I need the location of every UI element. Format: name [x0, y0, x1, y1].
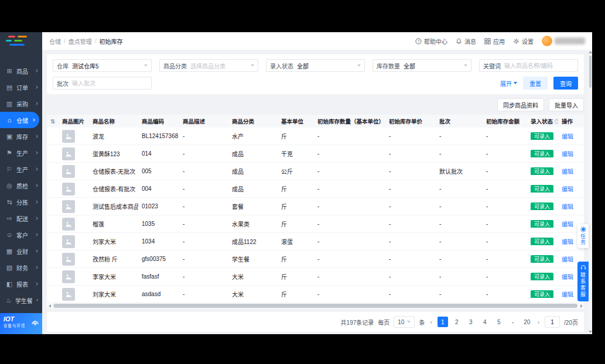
sidebar-item-label: 采购 — [16, 99, 28, 108]
page-number[interactable]: 1 — [437, 317, 448, 327]
sidebar-item[interactable]: ◎ 质检 — [0, 177, 42, 194]
batch: - — [436, 221, 483, 227]
horizontal-scrollbar-thumb[interactable] — [53, 304, 577, 308]
sidebar-item[interactable]: ◧ 报表 — [0, 276, 42, 292]
vertical-scrollbar[interactable] — [589, 50, 592, 334]
initial-price: - — [385, 273, 436, 280]
support-float-button[interactable]: 联系客服 — [577, 262, 589, 301]
stock-qty-select[interactable]: 库存数量 全部 — [372, 59, 471, 72]
chevron-right-icon — [35, 249, 38, 253]
edit-link[interactable]: 编辑 — [562, 151, 573, 157]
scroll-right-icon[interactable] — [579, 303, 584, 308]
sidebar-item[interactable]: ⚐ 生产 — [0, 161, 42, 177]
initial-price: - — [385, 238, 436, 245]
iot-module-badge[interactable]: IOT 设备与环境 — [0, 313, 42, 334]
page-number[interactable]: 3 — [466, 317, 476, 327]
help-center-button[interactable]: ? 帮助中心 — [415, 37, 447, 46]
entry-status-cell: 可录入 — [527, 255, 558, 263]
chevron-down-icon — [514, 82, 517, 84]
product-name: 榴莲 — [89, 219, 138, 228]
sidebar-item[interactable]: ⊞ 商品 — [0, 63, 42, 79]
sidebar-item[interactable]: ⇨ 配送 — [0, 210, 42, 226]
sidebar-item[interactable]: ▦ 业财 — [0, 243, 42, 259]
initial-amount: - — [483, 221, 527, 227]
breadcrumb-warehouse[interactable]: 仓储 — [49, 37, 61, 46]
product-category: 水果类 — [228, 219, 278, 228]
page-number[interactable]: 2 — [452, 317, 462, 327]
query-button[interactable]: 查询 — [553, 77, 578, 90]
settings-button[interactable]: 设置 — [513, 37, 534, 46]
sidebar-menu: ⊞ 商品 ▤ 订单 ▥ 采购 — [0, 51, 42, 308]
batch-input[interactable] — [72, 80, 148, 87]
sidebar-item[interactable]: ▣ 库存 — [0, 128, 42, 145]
product-image-cell — [59, 270, 89, 283]
chevron-right-icon — [35, 266, 38, 269]
chevron-down-icon — [464, 64, 467, 67]
page-number[interactable]: 20 — [522, 317, 532, 327]
horizontal-scrollbar[interactable] — [47, 303, 584, 308]
product-code: asdasd — [138, 291, 179, 297]
batch-import-button[interactable]: 批量导入 — [549, 98, 584, 111]
operation-cell: 编辑 — [558, 132, 584, 140]
keyword-input[interactable] — [504, 63, 574, 69]
expand-filters-link[interactable]: 展开 — [500, 79, 517, 88]
table-row: 李家大米 fasfasf - 大米 斤 - - - - 可录入 — [47, 268, 584, 286]
breadcrumb-stocktake[interactable]: 盘点管理 — [69, 37, 92, 46]
page-jump-input[interactable] — [545, 316, 560, 328]
edit-link[interactable]: 编辑 — [562, 186, 573, 193]
initial-amount: - — [483, 203, 527, 210]
warehouse-select[interactable]: 仓库 测试仓库5 — [53, 59, 152, 72]
prev-page-button[interactable]: ‹ — [429, 319, 433, 325]
sidebar-item[interactable]: ▤ 订单 — [0, 79, 42, 95]
reset-button[interactable]: 重置 — [523, 77, 548, 90]
edit-link[interactable]: 编辑 — [562, 204, 573, 210]
page-frame: ⊞ 商品 ▤ 订单 ▥ 采购 — [0, 0, 605, 364]
product-desc: - — [179, 221, 228, 227]
sidebar-item[interactable]: ▥ 采购 — [0, 95, 42, 112]
edit-link[interactable]: 编辑 — [562, 291, 573, 298]
scroll-up-icon[interactable] — [589, 50, 592, 54]
expand-label: 展开 — [500, 79, 512, 88]
task-float-button[interactable]: 任务 — [577, 224, 589, 248]
sidebar-item[interactable]: ♨ 学生餐 — [0, 292, 42, 308]
sidebar-item[interactable]: ☺ 客户 — [0, 226, 42, 243]
svg-text:?: ? — [418, 39, 420, 43]
product-category: 成品 — [228, 184, 278, 193]
table-row: 波龙 BL124157368 - 水产 斤 - - - - 可录入 — [47, 128, 584, 145]
messages-button[interactable]: 消息 — [456, 37, 476, 46]
apps-button[interactable]: 应用 — [484, 37, 505, 46]
sidebar-item[interactable]: ⌂ 仓储 — [0, 112, 39, 128]
page-number[interactable]: 5 — [494, 317, 504, 327]
entry-status-value: 全部 — [297, 61, 309, 70]
sidebar-item[interactable]: ⚑ 生产 — [0, 145, 42, 161]
edit-link[interactable]: 编辑 — [562, 256, 573, 263]
product-name: 仓储报表-有批次 — [89, 184, 138, 193]
topbar: 仓储 / 盘点管理 / 初始库存 ? 帮助中心 消息 应用 — [42, 32, 592, 50]
sidebar-item-label: 生产 — [16, 149, 28, 157]
user-account[interactable] — [542, 36, 585, 46]
edit-link[interactable]: 编辑 — [562, 274, 573, 280]
apps-label: 应用 — [493, 37, 505, 46]
base-unit: 斤 — [278, 219, 314, 228]
page-size-select[interactable]: 10 — [394, 316, 415, 328]
edit-link[interactable]: 编辑 — [562, 239, 573, 245]
page-number[interactable]: 4 — [480, 317, 490, 327]
category-select[interactable]: 商品分类 选择商品分类 — [159, 59, 258, 72]
sidebar-item[interactable]: ⇆ 分拣 — [0, 194, 42, 210]
edit-link[interactable]: 编辑 — [562, 169, 573, 175]
edit-link[interactable]: 编辑 — [562, 221, 573, 228]
sidebar-item[interactable]: ▧ 财务 — [0, 259, 42, 276]
scroll-left-icon[interactable] — [47, 303, 52, 308]
product-code: 1034 — [138, 238, 179, 245]
col-product-code: 商品编码 — [138, 117, 179, 125]
expand-all-icon[interactable]: ⇅ — [47, 118, 59, 125]
entry-status-cell: 可录入 — [527, 238, 558, 245]
next-page-button[interactable]: › — [536, 319, 541, 325]
entry-status-select[interactable]: 录入状态 全部 — [266, 59, 365, 72]
page-number[interactable]: - — [508, 317, 518, 327]
breadcrumb-separator: / — [95, 38, 97, 44]
edit-link[interactable]: 编辑 — [562, 133, 573, 140]
sync-products-button[interactable]: 同步商品资料 — [497, 98, 544, 111]
vertical-scrollbar-thumb[interactable] — [589, 56, 592, 88]
scroll-down-icon[interactable] — [589, 329, 592, 334]
